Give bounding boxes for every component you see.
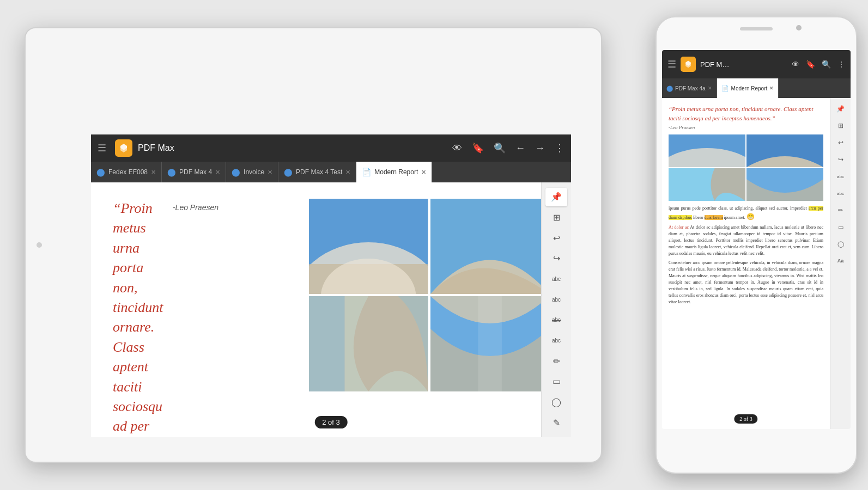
phone-tab-modernreport-close[interactable]: ✕	[769, 85, 774, 91]
phone-content-area: “Proin metus urna porta non, tincidunt o…	[662, 98, 851, 429]
phone-page-indicator: 2 of 3	[734, 414, 757, 424]
phone-speaker	[740, 27, 773, 30]
tab-dropbox-icon-2: ⬤	[167, 168, 176, 176]
phone-tab-pdfmax4a[interactable]: ⬤ PDF Max 4a ✕	[662, 78, 717, 98]
tool-edit[interactable]: ✎	[545, 413, 567, 432]
bookmark-icon[interactable]: 🔖	[472, 142, 484, 154]
phone-tool-rect[interactable]: ▭	[833, 219, 849, 235]
phone-tab-modernreport[interactable]: 📄 Modern Report ✕	[717, 78, 779, 98]
tab-invoice-close[interactable]: ✕	[268, 169, 272, 176]
phone-app-icon	[681, 57, 696, 72]
tablet-device: ☰ PDF Max 👁 🔖 🔍 ← → ⋮ ⬤ Fedex EF008 ✕	[25, 27, 602, 463]
tab-pdfmax4-close[interactable]: ✕	[215, 169, 220, 176]
pdf-image-4	[430, 296, 549, 391]
phone-tabs: ⬤ PDF Max 4a ✕ 📄 Modern Report ✕	[662, 78, 851, 98]
tool-abc2[interactable]: abc	[545, 290, 567, 309]
tool-abc1[interactable]: abc	[545, 270, 567, 289]
phone-toolbar-icons: 👁 🔖 🔍 ⋮	[792, 60, 845, 69]
eye-icon[interactable]: 👁	[452, 143, 462, 154]
phone-tab-dropbox-icon: ⬤	[666, 85, 673, 92]
phone-camera	[796, 25, 802, 30]
phone-search-icon[interactable]: 🔍	[822, 60, 831, 69]
pdf-image-3	[309, 296, 428, 391]
tab-pdfmax4[interactable]: ⬤ PDF Max 4 ✕	[162, 162, 226, 182]
tab-fedex[interactable]: ⬤ Fedex EF008 ✕	[91, 162, 162, 182]
phone-eye-icon[interactable]: 👁	[792, 60, 799, 69]
tool-grid[interactable]: ⊞	[545, 209, 567, 227]
tab-invoice[interactable]: ⬤ Invoice ✕	[226, 162, 278, 182]
tool-abc3[interactable]: abc	[545, 311, 567, 329]
phone-tab-pdfmax4a-close[interactable]: ✕	[708, 85, 712, 91]
phone-tool-grid[interactable]: ⊞	[833, 118, 849, 133]
tablet-toolbar-icons: 👁 🔖 🔍 ← → ⋮	[452, 142, 564, 154]
phone-bookmark-icon[interactable]: 🔖	[806, 60, 815, 69]
phone-tool-abc2[interactable]: abc	[833, 186, 849, 201]
tool-circle[interactable]: ◯	[545, 393, 567, 412]
phone-tool-circle[interactable]: ◯	[833, 236, 849, 252]
tab-modernreport[interactable]: 📄 Modern Report ✕	[356, 162, 432, 182]
tool-pen[interactable]: ✏	[545, 352, 567, 370]
phone-image-3	[669, 168, 745, 201]
phone-tool-pen[interactable]: ✏	[833, 203, 849, 218]
tablet-tabs: ⬤ Fedex EF008 ✕ ⬤ PDF Max 4 ✕ ⬤ Invoice …	[91, 162, 571, 182]
phone-image-2	[746, 134, 823, 167]
tab-modernreport-close[interactable]: ✕	[421, 169, 426, 176]
phone-body-text-1: ipsum purus pede porttitor class, ut adi…	[669, 205, 823, 222]
phone-screen: ☰ PDF M… 👁 🔖 🔍 ⋮ ⬤ PDF Max 4a ✕	[662, 50, 851, 429]
phone-hamburger-icon[interactable]: ☰	[667, 58, 676, 70]
tab-pdfmax4test[interactable]: ⬤ PDF Max 4 Test ✕	[278, 162, 356, 182]
phone-body-before: ipsum purus pede porttitor class, ut adi…	[669, 206, 809, 211]
phone-tool-pin[interactable]: 📌	[833, 101, 849, 117]
tab-pdfmax4test-close[interactable]: ✕	[345, 169, 350, 176]
tab-pdfmax4test-label: PDF Max 4 Test	[296, 168, 342, 176]
tool-undo[interactable]: ↩	[545, 229, 567, 247]
pdf-image-1	[309, 199, 428, 294]
phone-pdf-author: -Leo Praesen	[669, 125, 823, 130]
app-icon	[115, 139, 132, 157]
app-title: PDF Max	[138, 143, 447, 153]
pdf-quote: “Proin metus urna porta non, tincidunt o…	[113, 199, 173, 437]
phone-body-end: ipsum amet.	[723, 215, 745, 220]
tab-fedex-label: Fedex EF008	[108, 168, 148, 176]
phone-tool-redo[interactable]: ↪	[833, 152, 849, 167]
tab-fedex-close[interactable]: ✕	[151, 169, 156, 176]
phone-body-text-2: At dolor ac At dolor ac adipiscing amet …	[669, 224, 823, 257]
tab-invoice-label: Invoice	[244, 168, 264, 176]
tab-dropbox-icon: ⬤	[96, 168, 105, 176]
phone-highlight-2: duis lorem	[705, 215, 723, 220]
tablet-pdf-content: “Proin metus urna porta non, tincidunt o…	[91, 182, 571, 437]
tool-rect[interactable]: ▭	[545, 372, 567, 391]
phone-tool-Aa[interactable]: Aa	[833, 253, 849, 268]
pdf-image-grid	[309, 199, 549, 391]
phone-emoji-1: 😁	[746, 213, 755, 220]
tablet-side-tools: 📌 ⊞ ↩ ↪ abc abc abc abc ✏ ▭ ◯ ✎	[541, 182, 571, 437]
phone-red-text: At dolor ac	[669, 225, 690, 230]
svg-rect-7	[309, 296, 344, 391]
phone-toolbar: ☰ PDF M… 👁 🔖 🔍 ⋮	[662, 50, 851, 78]
phone-more-icon[interactable]: ⋮	[837, 60, 845, 69]
pdf-page: “Proin metus urna porta non, tincidunt o…	[91, 182, 571, 437]
phone-tool-undo[interactable]: ↩	[833, 135, 849, 150]
search-icon[interactable]: 🔍	[494, 142, 506, 154]
phone-pdf-content: “Proin metus urna porta non, tincidunt o…	[662, 98, 830, 429]
phone-device: ☰ PDF M… 👁 🔖 🔍 ⋮ ⬤ PDF Max 4a ✕	[655, 16, 857, 474]
phone-image-1	[669, 134, 745, 167]
tab-pdfmax4-label: PDF Max 4	[179, 168, 212, 176]
tablet-side-button	[37, 242, 42, 248]
phone-app-title: PDF M…	[700, 60, 787, 69]
tool-redo[interactable]: ↪	[545, 249, 567, 268]
prev-page-icon[interactable]: ←	[515, 143, 525, 154]
phone-body2: At dolor ac adipiscing amet bibendum nul…	[669, 225, 823, 256]
next-page-icon[interactable]: →	[535, 143, 545, 154]
tab-dropbox-icon-4: ⬤	[284, 168, 293, 176]
tab-page-icon: 📄	[362, 168, 371, 176]
scene: ☰ PDF Max 👁 🔖 🔍 ← → ⋮ ⬤ Fedex EF008 ✕	[0, 0, 868, 490]
page-indicator: 2 of 3	[314, 416, 348, 428]
phone-tab-page-icon: 📄	[721, 85, 729, 92]
hamburger-icon[interactable]: ☰	[98, 142, 106, 154]
tab-dropbox-icon-3: ⬤	[232, 168, 240, 176]
tool-pin[interactable]: 📌	[545, 188, 567, 206]
more-icon[interactable]: ⋮	[555, 142, 564, 154]
phone-tool-abc1[interactable]: abc	[833, 169, 849, 184]
tool-abc4[interactable]: abc	[545, 332, 567, 350]
